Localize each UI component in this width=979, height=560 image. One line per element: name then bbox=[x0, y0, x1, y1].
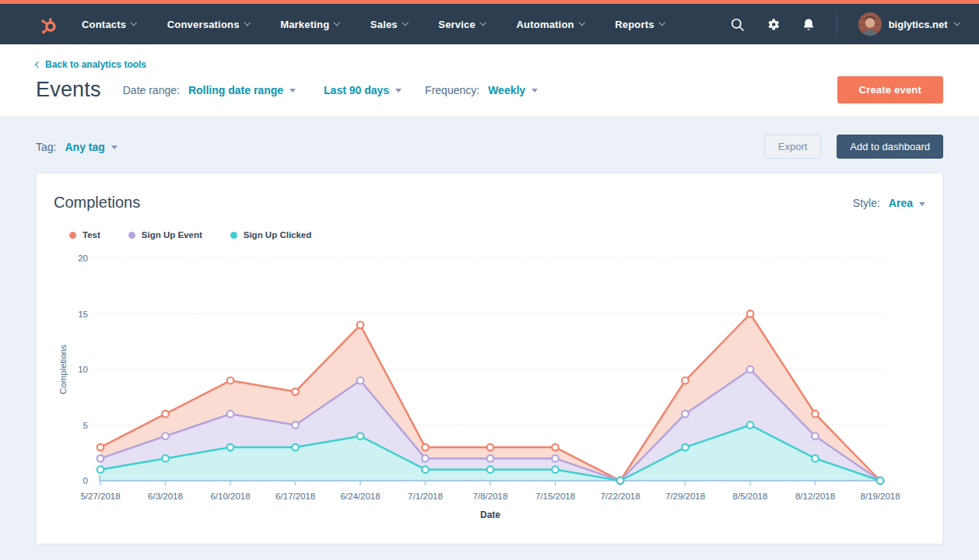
hubspot-logo-icon[interactable] bbox=[37, 14, 58, 35]
data-point-sign-up-event[interactable] bbox=[422, 455, 429, 462]
data-point-sign-up-event[interactable] bbox=[292, 422, 299, 429]
legend-item-sign-up-event[interactable]: Sign Up Event bbox=[128, 230, 202, 240]
nav-item-label: Sales bbox=[370, 19, 398, 30]
y-tick-label: 10 bbox=[78, 365, 88, 374]
data-point-test[interactable] bbox=[97, 444, 104, 451]
data-point-test[interactable] bbox=[162, 411, 169, 418]
chart-legend: TestSign Up EventSign Up Clicked bbox=[69, 230, 925, 240]
create-event-button[interactable]: Create event bbox=[837, 76, 943, 103]
legend-dot-icon bbox=[128, 232, 135, 239]
data-point-test[interactable] bbox=[292, 388, 299, 395]
data-point-sign-up-clicked[interactable] bbox=[162, 455, 169, 462]
data-point-test[interactable] bbox=[357, 322, 364, 329]
data-point-sign-up-clicked[interactable] bbox=[357, 433, 364, 440]
nav-item-reports[interactable]: Reports bbox=[615, 19, 664, 30]
data-point-sign-up-clicked[interactable] bbox=[227, 444, 234, 451]
x-tick-label: 7/1/2018 bbox=[408, 492, 443, 501]
style-dropdown[interactable]: Area bbox=[889, 197, 925, 209]
data-point-sign-up-clicked[interactable] bbox=[682, 444, 689, 451]
x-tick-label: 6/10/2018 bbox=[210, 492, 250, 501]
chevron-down-icon bbox=[480, 19, 486, 26]
y-tick-label: 0 bbox=[83, 476, 88, 485]
style-label: Style: bbox=[853, 197, 880, 209]
data-point-sign-up-event[interactable] bbox=[812, 433, 819, 440]
nav-menu: ContactsConversationsMarketingSalesServi… bbox=[82, 19, 664, 30]
data-point-sign-up-event[interactable] bbox=[747, 366, 754, 373]
style-value: Area bbox=[889, 197, 913, 209]
tag-dropdown[interactable]: Any tag bbox=[65, 141, 117, 153]
x-tick-label: 7/8/2018 bbox=[473, 492, 508, 501]
caret-down-icon bbox=[111, 145, 118, 149]
back-link-label: Back to analytics tools bbox=[45, 59, 146, 70]
x-tick-label: 6/17/2018 bbox=[275, 492, 315, 501]
x-axis-title: Date bbox=[480, 509, 500, 520]
nav-divider bbox=[837, 13, 837, 35]
data-point-sign-up-clicked[interactable] bbox=[747, 422, 754, 429]
legend-item-test[interactable]: Test bbox=[69, 230, 100, 240]
nav-item-label: Service bbox=[438, 19, 475, 30]
data-point-sign-up-event[interactable] bbox=[97, 455, 104, 462]
date-range-dropdown[interactable]: Rolling date range bbox=[188, 84, 296, 96]
chevron-down-icon bbox=[131, 19, 137, 26]
data-point-sign-up-event[interactable] bbox=[357, 377, 364, 384]
chart-title: Completions bbox=[54, 194, 140, 212]
legend-label: Sign Up Event bbox=[142, 230, 202, 240]
x-tick-label: 7/29/2018 bbox=[665, 492, 705, 501]
legend-item-sign-up-clicked[interactable]: Sign Up Clicked bbox=[230, 230, 312, 240]
nav-item-marketing[interactable]: Marketing bbox=[280, 19, 339, 30]
date-range-label: Date range: bbox=[123, 84, 180, 96]
nav-item-conversations[interactable]: Conversations bbox=[167, 19, 249, 30]
date-window-dropdown[interactable]: Last 90 days bbox=[324, 84, 402, 96]
data-point-test[interactable] bbox=[422, 444, 429, 451]
data-point-sign-up-event[interactable] bbox=[487, 455, 494, 462]
data-point-test[interactable] bbox=[812, 411, 819, 418]
settings-gear-icon[interactable] bbox=[766, 17, 781, 32]
chevron-down-icon bbox=[334, 19, 340, 26]
notifications-bell-icon[interactable] bbox=[802, 17, 816, 32]
data-point-test[interactable] bbox=[682, 377, 689, 384]
data-point-sign-up-clicked[interactable] bbox=[812, 455, 819, 462]
data-point-sign-up-event[interactable] bbox=[227, 411, 234, 418]
area-chart: 051015205/27/20186/3/20186/10/20186/17/2… bbox=[54, 247, 925, 540]
date-window-value: Last 90 days bbox=[324, 84, 389, 96]
data-point-test[interactable] bbox=[747, 310, 754, 317]
data-point-test[interactable] bbox=[552, 444, 559, 451]
nav-item-label: Contacts bbox=[82, 19, 126, 30]
data-point-sign-up-clicked[interactable] bbox=[487, 466, 494, 473]
data-point-test[interactable] bbox=[487, 444, 494, 451]
data-point-sign-up-clicked[interactable] bbox=[552, 466, 559, 473]
search-icon[interactable] bbox=[730, 17, 745, 32]
frequency-label: Frequency: bbox=[425, 84, 479, 96]
nav-item-automation[interactable]: Automation bbox=[516, 19, 584, 30]
data-point-test[interactable] bbox=[227, 377, 234, 384]
add-to-dashboard-button[interactable]: Add to dashboard bbox=[837, 135, 943, 159]
chevron-down-icon bbox=[244, 19, 250, 26]
page-title: Events bbox=[36, 78, 101, 102]
data-point-sign-up-event[interactable] bbox=[162, 433, 169, 440]
data-point-sign-up-event[interactable] bbox=[682, 411, 689, 418]
nav-item-service[interactable]: Service bbox=[438, 19, 485, 30]
legend-label: Sign Up Clicked bbox=[244, 230, 312, 240]
account-menu[interactable]: biglytics.net bbox=[858, 12, 959, 36]
data-point-sign-up-event[interactable] bbox=[552, 455, 559, 462]
nav-item-contacts[interactable]: Contacts bbox=[82, 19, 136, 30]
x-tick-label: 6/24/2018 bbox=[340, 492, 380, 501]
x-tick-label: 8/5/2018 bbox=[733, 492, 768, 501]
data-point-sign-up-clicked[interactable] bbox=[292, 444, 299, 451]
data-point-sign-up-clicked[interactable] bbox=[97, 466, 104, 473]
back-to-analytics-link[interactable]: Back to analytics tools bbox=[36, 59, 146, 70]
nav-item-label: Marketing bbox=[280, 19, 329, 30]
y-axis-title: Completions bbox=[58, 345, 68, 394]
data-point-sign-up-clicked[interactable] bbox=[422, 466, 429, 473]
nav-item-sales[interactable]: Sales bbox=[370, 19, 407, 30]
tag-value: Any tag bbox=[65, 141, 104, 153]
x-tick-label: 6/3/2018 bbox=[148, 492, 183, 501]
legend-dot-icon bbox=[230, 232, 237, 239]
frequency-dropdown[interactable]: Weekly bbox=[488, 84, 538, 96]
export-button[interactable]: Export bbox=[764, 135, 822, 159]
data-point-sign-up-clicked[interactable] bbox=[617, 478, 624, 485]
caret-down-icon bbox=[289, 89, 296, 93]
data-point-sign-up-clicked[interactable] bbox=[877, 478, 884, 485]
legend-dot-icon bbox=[69, 232, 76, 239]
nav-item-label: Conversations bbox=[167, 19, 240, 30]
